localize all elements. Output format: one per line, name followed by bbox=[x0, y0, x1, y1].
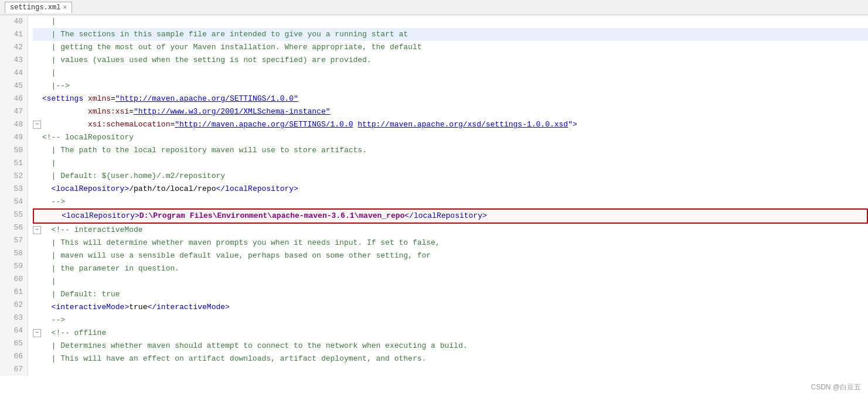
line-number: 65 bbox=[0, 337, 28, 350]
line-number: 44 bbox=[0, 67, 28, 80]
line-number: 54 bbox=[0, 196, 28, 208]
comment-text: <!-- interactiveMode bbox=[42, 224, 143, 237]
text-content: = bbox=[129, 105, 134, 118]
xml-link[interactable]: http://maven.apache.org/xsd/settings-1.0… bbox=[358, 118, 568, 131]
comment-text: | Determines whether maven should attemp… bbox=[42, 340, 468, 352]
line-number: 60 bbox=[0, 273, 28, 286]
line-number: 45 bbox=[0, 80, 28, 93]
code-line: | This will determine whether maven prom… bbox=[33, 237, 868, 249]
line-number: 63 bbox=[0, 312, 28, 324]
line-number: 61 bbox=[0, 286, 28, 299]
xml-bracket: <localRepository> bbox=[42, 183, 129, 196]
xml-bracket: <settings bbox=[42, 93, 88, 105]
fold-icon[interactable]: − bbox=[33, 329, 41, 337]
comment-text: | values (values used when the setting i… bbox=[42, 54, 372, 67]
xml-bracket: > bbox=[573, 118, 577, 131]
line-number: 42 bbox=[0, 41, 28, 54]
file-path: D:\Program Files\Environment\apache-mave… bbox=[139, 210, 404, 223]
code-line: --> bbox=[33, 314, 868, 327]
comment-text: --> bbox=[42, 314, 65, 327]
code-line: | bbox=[33, 157, 868, 170]
code-line: − xsi:schemaLocation="http://maven.apach… bbox=[33, 118, 868, 131]
line-number: 46 bbox=[0, 93, 28, 105]
line-number: 64 bbox=[0, 324, 28, 337]
xml-bracket: </localRepository> bbox=[404, 210, 486, 223]
xml-bracket: </interactiveMode> bbox=[147, 301, 229, 314]
line-number: 40 bbox=[0, 15, 28, 28]
code-line: | Default: ${user.home}/.m2/repository bbox=[33, 170, 868, 183]
text-content bbox=[353, 118, 358, 131]
comment-text: | The path to the local repository maven… bbox=[42, 144, 367, 157]
xml-bracket: " bbox=[568, 118, 573, 131]
xml-bracket: <localRepository> bbox=[43, 210, 139, 223]
code-line: | getting the most out of your Maven ins… bbox=[33, 41, 868, 54]
line-numbers: 4041424344454647484950515253545556575859… bbox=[0, 15, 28, 376]
line-number: 62 bbox=[0, 299, 28, 312]
code-content[interactable]: | | The sections in this sample file are… bbox=[28, 15, 868, 376]
editor-area: 4041424344454647484950515253545556575859… bbox=[0, 15, 868, 376]
comment-text: | bbox=[42, 157, 56, 170]
line-number: 55 bbox=[0, 208, 28, 221]
line-number: 58 bbox=[0, 247, 28, 260]
comment-text: <!-- localRepository bbox=[42, 131, 134, 144]
code-line: <localRepository>D:\Program Files\Enviro… bbox=[33, 208, 868, 224]
fold-icon[interactable]: − bbox=[33, 226, 41, 234]
file-tab[interactable]: settings.xml × bbox=[5, 2, 72, 13]
comment-text: | bbox=[42, 275, 56, 288]
code-line: | Default: true bbox=[33, 288, 868, 301]
xml-link[interactable]: "http://www.w3.org/2001/XMLSchema-instan… bbox=[134, 105, 330, 118]
line-number: 43 bbox=[0, 54, 28, 67]
comment-text: --> bbox=[42, 196, 65, 208]
text-content: = bbox=[111, 93, 115, 105]
line-number: 50 bbox=[0, 144, 28, 157]
xml-bracket: <interactiveMode> bbox=[42, 301, 129, 314]
tab-label: settings.xml bbox=[10, 4, 60, 12]
line-number: 56 bbox=[0, 221, 28, 234]
line-number: 57 bbox=[0, 234, 28, 247]
comment-text: | the parameter in question. bbox=[42, 262, 179, 275]
line-number: 51 bbox=[0, 157, 28, 170]
code-line: <!-- localRepository bbox=[33, 131, 868, 144]
line-number: 59 bbox=[0, 260, 28, 273]
code-line: | This will have an effect on artifact d… bbox=[33, 352, 868, 365]
code-line: | maven will use a sensible default valu… bbox=[33, 249, 868, 262]
code-line: | bbox=[33, 15, 868, 28]
text-content: /path/to/local/repo bbox=[129, 183, 216, 196]
comment-text: | bbox=[42, 67, 56, 80]
text-content: true bbox=[129, 301, 147, 314]
line-number: 66 bbox=[0, 350, 28, 363]
xml-attribute: xsi:schemaLocation bbox=[42, 118, 170, 131]
code-line: | The path to the local repository maven… bbox=[33, 144, 868, 157]
comment-text: | The sections in this sample file are i… bbox=[42, 28, 408, 41]
code-line: xmlns:xsi="http://www.w3.org/2001/XMLSch… bbox=[33, 105, 868, 118]
xml-bracket: </localRepository> bbox=[216, 183, 298, 196]
code-line: | bbox=[33, 275, 868, 288]
line-number: 53 bbox=[0, 183, 28, 196]
code-line: <localRepository>/path/to/local/repo</lo… bbox=[33, 183, 868, 196]
code-line: − <!-- interactiveMode bbox=[33, 224, 868, 237]
code-line: --> bbox=[33, 196, 868, 208]
code-line: | values (values used when the setting i… bbox=[33, 54, 868, 67]
text-content: = bbox=[170, 118, 175, 131]
code-line: | the parameter in question. bbox=[33, 262, 868, 275]
xml-link[interactable]: "http://maven.apache.org/SETTINGS/1.0.0" bbox=[115, 93, 298, 105]
line-number: 49 bbox=[0, 131, 28, 144]
code-line: | bbox=[33, 67, 868, 80]
comment-text: | maven will use a sensible default valu… bbox=[42, 249, 431, 262]
comment-text: | Default: true bbox=[42, 288, 120, 301]
close-icon[interactable]: × bbox=[63, 4, 67, 11]
fold-icon[interactable]: − bbox=[33, 121, 41, 129]
code-line: | Determines whether maven should attemp… bbox=[33, 340, 868, 352]
line-number: 47 bbox=[0, 105, 28, 118]
xml-link[interactable]: "http://maven.apache.org/SETTINGS/1.0.0 bbox=[175, 118, 353, 131]
comment-text: | bbox=[42, 15, 56, 28]
comment-text: <!-- offline bbox=[42, 327, 106, 340]
xml-attribute: xmlns bbox=[88, 93, 111, 105]
line-number: 67 bbox=[0, 363, 28, 376]
line-number: 52 bbox=[0, 170, 28, 183]
xml-attribute: xmlns:xsi bbox=[42, 105, 129, 118]
code-line: − <!-- offline bbox=[33, 327, 868, 340]
comment-text: | Default: ${user.home}/.m2/repository bbox=[42, 170, 225, 183]
comment-text: |--> bbox=[42, 80, 70, 93]
code-line: <settings xmlns="http://maven.apache.org… bbox=[33, 93, 868, 105]
